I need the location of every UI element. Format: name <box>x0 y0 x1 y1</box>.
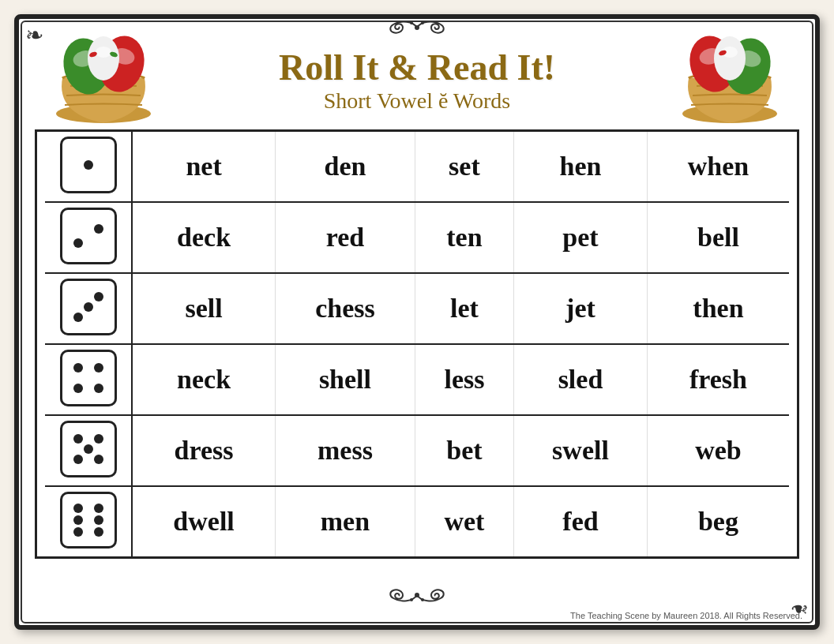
word-cell: jet <box>514 273 648 344</box>
svg-point-9 <box>96 47 111 58</box>
table-row: neckshelllesssledfresh <box>45 344 789 415</box>
word-cell: bet <box>415 415 513 486</box>
word-cell: let <box>415 273 513 344</box>
table-row: dwellmenwetfedbeg <box>45 486 789 556</box>
word-cell: bell <box>647 202 789 273</box>
word-cell: deck <box>132 202 276 273</box>
word-cell: men <box>276 486 415 556</box>
svg-point-22 <box>421 598 424 601</box>
header-text: Roll It & Read It! Short Vowel ĕ Words <box>279 47 555 114</box>
word-cell: shell <box>276 344 415 415</box>
die-cell-5 <box>45 415 132 486</box>
word-cell: beg <box>647 486 789 556</box>
bottom-decoration <box>385 586 449 609</box>
svg-point-8 <box>88 36 119 80</box>
word-cell: set <box>415 132 513 202</box>
svg-point-20 <box>415 593 419 597</box>
word-table-container: netdensethenwhendeckredtenpetbellsellche… <box>35 129 799 559</box>
header: Roll It & Read It! Short Vowel ĕ Words <box>27 27 807 129</box>
word-cell: ten <box>415 202 513 273</box>
table-row: deckredtenpetbell <box>45 202 789 273</box>
word-cell: pet <box>514 202 648 273</box>
table-row: dressmessbetswellweb <box>45 415 789 486</box>
word-cell: web <box>647 415 789 486</box>
page-subtitle: Short Vowel ĕ Words <box>279 88 555 114</box>
table-row: netdensethenwhen <box>45 132 789 202</box>
word-cell: when <box>647 132 789 202</box>
word-cell: dress <box>132 415 276 486</box>
die-cell-1 <box>45 132 132 202</box>
word-cell: dwell <box>132 486 276 556</box>
word-cell: den <box>276 132 415 202</box>
word-cell: wet <box>415 486 513 556</box>
word-cell: swell <box>514 415 648 486</box>
word-cell: less <box>415 344 513 415</box>
word-cell: sell <box>132 273 276 344</box>
word-cell: fresh <box>647 344 789 415</box>
die-cell-3 <box>45 273 132 344</box>
word-cell: sled <box>514 344 648 415</box>
footer: The Teaching Scene by Maureen 2018. All … <box>570 611 802 620</box>
word-cell: red <box>276 202 415 273</box>
word-table: netdensethenwhendeckredtenpetbellsellche… <box>45 132 789 556</box>
die-cell-4 <box>45 344 132 415</box>
word-cell: then <box>647 273 789 344</box>
die-cell-2 <box>45 202 132 273</box>
page-title: Roll It & Read It! <box>279 47 555 88</box>
die-cell-6 <box>45 486 132 556</box>
word-cell: hen <box>514 132 648 202</box>
page: Roll It & Read It! Short Vowel ĕ Words <box>14 14 820 630</box>
table-row: sellchessletjetthen <box>45 273 789 344</box>
word-cell: neck <box>132 344 276 415</box>
svg-point-1 <box>410 21 413 24</box>
right-eggs <box>669 31 791 125</box>
word-cell: chess <box>276 273 415 344</box>
word-cell: fed <box>514 486 648 556</box>
word-cell: mess <box>276 415 415 486</box>
svg-point-17 <box>714 36 746 80</box>
svg-point-21 <box>410 598 413 601</box>
word-cell: net <box>132 132 276 202</box>
left-eggs <box>43 31 165 125</box>
svg-point-2 <box>421 21 424 24</box>
